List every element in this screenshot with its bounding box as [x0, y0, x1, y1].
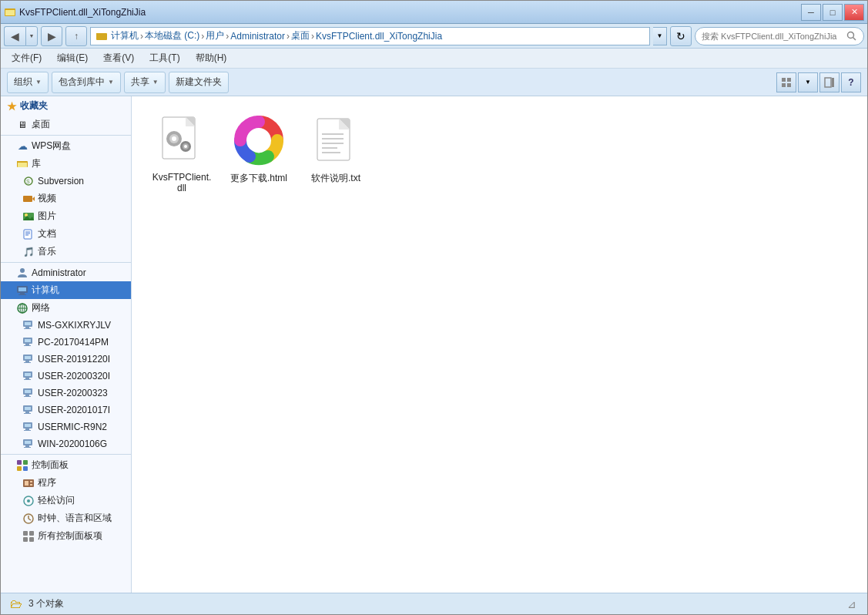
up-button[interactable]: ↑ [65, 26, 87, 46]
computer-icon [16, 284, 28, 297]
svg-rect-36 [25, 322, 31, 325]
svg-rect-80 [23, 531, 28, 536]
search-box[interactable] [695, 27, 864, 45]
favorites-header[interactable]: ★ 收藏夹 [1, 96, 131, 116]
path-users[interactable]: 用户 [206, 29, 224, 42]
file-item-html[interactable]: 更多下载.html [224, 112, 293, 197]
all-control-icon [22, 530, 35, 543]
sidebar-item-user-20200320[interactable]: USER-20200320I [1, 368, 131, 385]
files-container: KvsFTPClient.dll [132, 96, 867, 593]
svg-rect-74 [30, 484, 32, 486]
network-pc-icon-2 [22, 336, 35, 348]
svg-rect-67 [17, 460, 22, 465]
svg-point-4 [848, 32, 854, 38]
sidebar-item-user-20201017[interactable]: USER-20201017I [1, 402, 131, 418]
sidebar-item-network[interactable]: 网络 [1, 299, 131, 317]
sidebar-item-pc-2017[interactable]: PC-20170414PM [1, 334, 131, 351]
sidebar-item-win-2020[interactable]: WIN-20200106G [1, 435, 131, 452]
view-dropdown-button[interactable]: ▼ [798, 72, 818, 92]
sidebar-item-wps[interactable]: ☁ WPS网盘 [1, 137, 131, 155]
svg-rect-41 [25, 344, 29, 345]
favorites-label: 收藏夹 [20, 99, 48, 113]
file-item-dll[interactable]: KvsFTPClient.dll [147, 112, 216, 197]
menu-edit[interactable]: 编辑(E) [51, 50, 94, 66]
back-button[interactable]: ◀ [4, 26, 25, 46]
svg-rect-54 [24, 396, 31, 397]
sidebar-item-administrator[interactable]: Administrator [1, 264, 131, 281]
picture-label: 图片 [38, 210, 56, 223]
explorer-window: KvsFTPClient.dll_XiTongZhiJia ─ □ ✕ ◀ ▼ … [0, 0, 868, 615]
dll-icon-container [155, 115, 209, 169]
path-folder[interactable]: KvsFTPClient.dll_XiTongZhiJia [316, 31, 442, 42]
view-grid-icon [781, 77, 792, 88]
svg-rect-66 [24, 447, 31, 448]
address-path[interactable]: 计算机 › 本地磁盘 (C:) › 用户 › Administrator › 桌… [90, 27, 650, 45]
close-button[interactable]: ✕ [844, 4, 864, 21]
sidebar-item-all-control[interactable]: 所有控制面板项 [1, 527, 131, 545]
usermic-label: USERMIC-R9N2 [38, 422, 107, 432]
file-item-txt[interactable]: 软件说明.txt [301, 112, 370, 197]
sidebar-item-user-2019[interactable]: USER-20191220I [1, 351, 131, 368]
menu-tools[interactable]: 工具(T) [143, 50, 186, 66]
share-button[interactable]: 共享 ▼ [124, 72, 166, 93]
menu-view[interactable]: 查看(V) [97, 50, 140, 66]
svg-rect-82 [23, 537, 28, 542]
refresh-button[interactable]: ↻ [670, 26, 692, 46]
video-icon [22, 193, 35, 205]
win-2020-label: WIN-20200106G [38, 439, 107, 449]
svg-rect-6 [782, 78, 786, 82]
search-input[interactable] [702, 32, 843, 41]
divider-2 [1, 262, 131, 263]
dll-file-icon [159, 116, 205, 168]
svg-point-92 [184, 145, 187, 148]
sidebar-item-user-20200323[interactable]: USER-20200323 [1, 385, 131, 402]
new-folder-button[interactable]: 新建文件夹 [169, 72, 229, 93]
sidebar-item-clock[interactable]: 时钟、语言和区域 [1, 509, 131, 527]
organize-button[interactable]: 组织 ▼ [7, 72, 49, 93]
network-pc-icon-3 [22, 353, 35, 365]
library-label: 库 [32, 157, 41, 170]
path-administrator[interactable]: Administrator [230, 31, 285, 42]
resize-handle[interactable]: ⊿ [846, 598, 858, 610]
menu-bar: 文件(F) 编辑(E) 查看(V) 工具(T) 帮助(H) [1, 49, 867, 69]
menu-help[interactable]: 帮助(H) [189, 50, 233, 66]
svg-rect-64 [25, 441, 31, 444]
sidebar-item-usermic[interactable]: USERMIC-R9N2 [1, 418, 131, 435]
path-local-disk[interactable]: 本地磁盘 (C:) [145, 29, 199, 42]
menu-file[interactable]: 文件(F) [5, 50, 48, 66]
sidebar-item-desktop[interactable]: 🖥 桌面 [1, 116, 131, 133]
title-text: KvsFTPClient.dll_XiTongZhiJia [19, 7, 146, 18]
sidebar-item-ms-gx[interactable]: MS-GXKIXRYJLV [1, 317, 131, 334]
path-desktop[interactable]: 桌面 [291, 29, 310, 42]
back-dropdown-button[interactable]: ▼ [25, 26, 38, 46]
desktop-icon: 🖥 [16, 119, 28, 131]
network-pc-icon-5 [22, 387, 35, 399]
control-panel-label: 控制面板 [32, 459, 69, 472]
sidebar-item-picture[interactable]: 图片 [1, 207, 131, 225]
user-20200320-label: USER-20200320I [38, 371, 110, 381]
minimize-button[interactable]: ─ [801, 4, 821, 21]
file-area: KvsFTPClient.dll [132, 96, 867, 593]
sidebar-item-ease[interactable]: 轻松访问 [1, 492, 131, 509]
view-mode-button[interactable] [776, 72, 796, 92]
dll-file-label: KvsFTPClient.dll [150, 172, 213, 193]
address-dropdown-button[interactable]: ▼ [653, 27, 667, 45]
svg-rect-65 [25, 445, 29, 447]
sidebar-item-library[interactable]: 库 [1, 155, 131, 173]
include-arrow: ▼ [108, 79, 114, 86]
sidebar-item-computer[interactable]: 计算机 [1, 281, 131, 299]
forward-button[interactable]: ▶ [41, 26, 62, 46]
sidebar-item-program[interactable]: 程序 [1, 474, 131, 492]
sidebar-item-music[interactable]: 🎵 音乐 [1, 243, 131, 260]
title-bar: KvsFTPClient.dll_XiTongZhiJia ─ □ ✕ [1, 1, 867, 24]
path-computer[interactable]: 计算机 [111, 29, 139, 42]
include-library-button[interactable]: 包含到库中 ▼ [52, 72, 121, 93]
restore-button[interactable]: □ [823, 4, 843, 21]
sidebar-item-subversion[interactable]: S Subversion [1, 173, 131, 190]
sidebar-item-control-panel[interactable]: 控制面板 [1, 456, 131, 474]
help-button[interactable]: ? [841, 72, 861, 92]
svg-rect-29 [20, 293, 25, 294]
preview-pane-button[interactable] [819, 72, 840, 92]
sidebar-item-video[interactable]: 视频 [1, 190, 131, 207]
sidebar-item-document[interactable]: 文档 [1, 225, 131, 243]
